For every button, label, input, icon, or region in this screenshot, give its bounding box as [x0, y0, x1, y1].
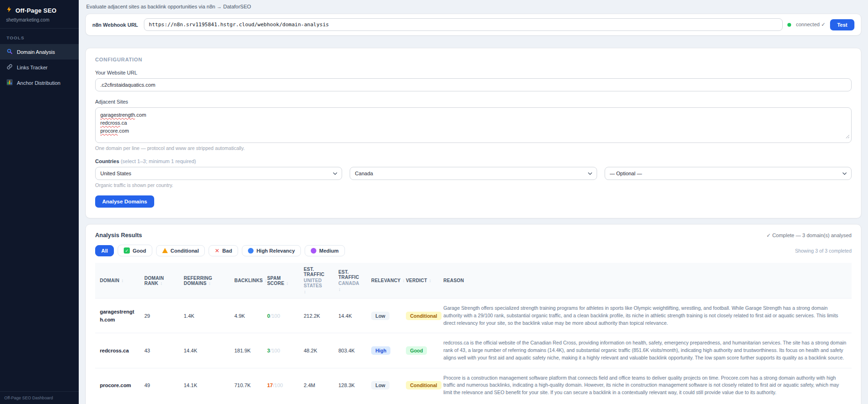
country-select-1[interactable]: United States: [95, 167, 342, 180]
bar-chart-icon: [7, 79, 13, 86]
adjacent-sites-help: One domain per line — protocol and www a…: [95, 145, 852, 151]
cell-spam-score: 17/100: [262, 368, 299, 403]
country-select-2-wrap: Canada: [350, 167, 597, 180]
verdict-badge: Good: [406, 346, 427, 355]
sort-icon: ↕: [160, 281, 163, 286]
analysis-results-card: Analysis Results ✓ Complete — 3 domain(s…: [85, 224, 861, 404]
countries-help: Organic traffic is shown per country.: [95, 182, 852, 188]
cell-relevancy: Low: [367, 368, 401, 403]
connected-status-dot: [787, 23, 791, 27]
sort-icon: ↕: [121, 278, 124, 283]
column-header-referring-domains[interactable]: REFERRING DOMAINS↕: [179, 263, 230, 299]
sort-icon: ↕: [209, 281, 211, 286]
sidebar-item-anchor-distribution[interactable]: Anchor Distribution: [0, 75, 79, 90]
adjacent-site-line: garagestrength.com: [100, 111, 846, 119]
cell-referring-domains: 14.1K: [179, 368, 230, 403]
purple-dot-icon: [311, 248, 316, 254]
sidebar-item-links-tracker[interactable]: Links Tracker: [0, 60, 79, 75]
results-table: DOMAIN↕ DOMAIN RANK↕ REFERRING DOMAINS↕ …: [95, 263, 852, 403]
sidebar-footer: Off-Page SEO Dashboard: [0, 391, 79, 404]
cell-domain: redcross.ca: [95, 333, 140, 368]
cell-traffic-ca: 128.3K: [334, 368, 367, 403]
country-select-1-wrap: United States: [95, 167, 342, 180]
sidebar-item-label: Anchor Distribution: [17, 80, 60, 86]
results-title: Analysis Results: [95, 232, 142, 239]
page-subtitle: Evaluate adjacent sites as backlink oppo…: [85, 0, 861, 14]
sort-icon: ↕: [286, 281, 289, 286]
cell-spam-score: 0/100: [262, 299, 299, 333]
adjacent-sites-textarea[interactable]: garagestrength.com redcross.ca procore.c…: [95, 107, 852, 143]
column-header-domain-rank[interactable]: DOMAIN RANK↕: [140, 263, 179, 299]
webhook-url-input[interactable]: [144, 18, 783, 31]
filter-all[interactable]: All: [95, 245, 114, 256]
cell-domain-rank: 49: [140, 368, 179, 403]
country-select-3[interactable]: — Optional —: [605, 167, 852, 180]
country-select-2[interactable]: Canada: [350, 167, 597, 180]
magnifier-icon: [7, 48, 13, 55]
blue-dot-icon: [248, 248, 254, 254]
configuration-heading: CONFIGURATION: [95, 57, 852, 62]
analyse-domains-button[interactable]: Analyse Domains: [95, 195, 154, 208]
column-header-traffic-ca[interactable]: EST. TRAFFICCANADA↕: [334, 263, 367, 299]
configuration-card: CONFIGURATION Your Website URL Adjacent …: [85, 48, 861, 218]
filter-medium[interactable]: Medium: [305, 245, 345, 256]
cell-relevancy: High: [367, 333, 401, 368]
column-header-backlinks[interactable]: BACKLINKS↕: [230, 263, 262, 299]
connection-status-text: connected ✓: [796, 22, 825, 28]
textarea-resize-handle[interactable]: [846, 133, 850, 141]
webhook-bar: n8n Webhook URL connected ✓ Test: [85, 14, 861, 36]
filter-bad[interactable]: ✕Bad: [209, 245, 238, 256]
filter-high-relevancy[interactable]: High Relevancy: [242, 245, 301, 256]
filter-good[interactable]: ✓Good: [118, 245, 152, 256]
cell-relevancy: Low: [367, 299, 401, 333]
column-header-reason: REASON: [439, 263, 852, 299]
adjacent-site-line: redcross.ca: [100, 119, 846, 127]
cell-traffic-ca: 14.4K: [334, 299, 367, 333]
cell-traffic-ca: 803.4K: [334, 333, 367, 368]
cell-domain: procore.com: [95, 368, 140, 403]
verdict-badge: Conditional: [406, 381, 441, 389]
logo: Off-Page SEO: [0, 0, 79, 16]
relevancy-badge: High: [371, 346, 390, 355]
link-icon: [7, 64, 13, 71]
sort-icon: ↕: [403, 278, 405, 283]
cell-traffic-us: 212.2K: [299, 299, 334, 333]
showing-count: Showing 3 of 3 completed: [795, 248, 852, 254]
column-header-verdict[interactable]: VERDICT↕: [401, 263, 439, 299]
sidebar-item-domain-analysis[interactable]: Domain Analysis: [0, 44, 79, 60]
workspace-domain: shettymarketing.com: [0, 16, 79, 28]
webhook-url-label: n8n Webhook URL: [92, 22, 138, 28]
column-header-traffic-us[interactable]: EST. TRAFFICUNITED STATES↕: [299, 263, 334, 299]
table-row: redcross.ca 43 14.4K 181.9K 3/100 48.2K …: [95, 333, 852, 368]
cell-backlinks: 710.7K: [230, 368, 262, 403]
adjacent-sites-label: Adjacent Sites: [95, 99, 852, 105]
table-row: garagestrength.com 29 1.4K 4.9K 0/100 21…: [95, 299, 852, 333]
country-select-3-wrap: — Optional —: [605, 167, 852, 180]
relevancy-badge: Low: [371, 381, 389, 389]
cell-reason: redcross.ca is the official website of t…: [439, 333, 852, 368]
warning-triangle-icon: [162, 248, 168, 253]
filter-conditional[interactable]: Conditional: [156, 245, 205, 256]
app-title: Off-Page SEO: [15, 7, 57, 14]
sidebar: Off-Page SEO shettymarketing.com TOOLS D…: [0, 0, 79, 404]
table-header-row: DOMAIN↕ DOMAIN RANK↕ REFERRING DOMAINS↕ …: [95, 263, 852, 299]
sort-icon: ↕: [429, 278, 431, 283]
test-webhook-button[interactable]: Test: [830, 19, 854, 30]
column-header-domain[interactable]: DOMAIN↕: [95, 263, 140, 299]
sidebar-item-label: Domain Analysis: [17, 49, 55, 55]
results-complete-status: ✓ Complete — 3 domain(s) analysed: [766, 232, 852, 239]
cell-verdict: Conditional: [401, 368, 439, 403]
cell-verdict: Good: [401, 333, 439, 368]
cell-domain-rank: 29: [140, 299, 179, 333]
bad-x-icon: ✕: [215, 248, 219, 254]
column-header-relevancy[interactable]: RELEVANCY↕: [367, 263, 401, 299]
good-check-icon: ✓: [124, 247, 130, 254]
sort-icon: ↕: [338, 287, 362, 292]
sort-icon: ↕: [304, 289, 329, 294]
table-row: procore.com 49 14.1K 710.7K 17/100 2.4M …: [95, 368, 852, 403]
cell-verdict: Conditional: [401, 299, 439, 333]
column-header-spam-score[interactable]: SPAM SCORE↕: [262, 263, 299, 299]
website-url-input[interactable]: [95, 78, 852, 91]
verdict-badge: Conditional: [406, 312, 441, 320]
website-url-label: Your Website URL: [95, 70, 852, 75]
